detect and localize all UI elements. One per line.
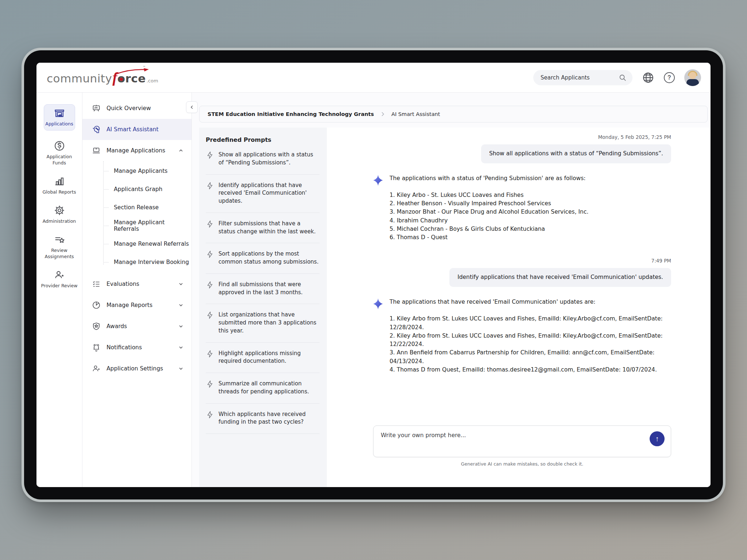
predefined-prompt-1[interactable]: Show all applications with a status of “… xyxy=(206,144,320,175)
module-rail: Applications Application Funds Global Re… xyxy=(36,93,82,487)
prompt-text: Show all applications with a status of “… xyxy=(218,151,319,167)
predefined-prompts-title: Predefined Prompts xyxy=(206,136,320,143)
predefined-prompt-2[interactable]: Identify applications that have received… xyxy=(206,175,320,213)
breadcrumb-grant-name[interactable]: STEM Education Initiative Enhancing Tech… xyxy=(208,111,374,117)
applications-icon xyxy=(54,108,65,118)
app-header: communityforce.com ™ Search Applicants ? xyxy=(36,63,711,93)
globe-icon xyxy=(642,71,654,84)
nav-item-manage-applicant-referrals[interactable]: Manage Applicant Referrals xyxy=(82,217,191,235)
lightning-icon xyxy=(206,182,213,190)
predefined-prompt-7[interactable]: Highlight applications missing required … xyxy=(206,343,320,373)
predefined-prompt-9[interactable]: Which applicants have received funding i… xyxy=(206,404,320,434)
predefined-prompt-3[interactable]: Filter submissions that have a status ch… xyxy=(206,213,320,244)
nav-item-section-release[interactable]: Section Release xyxy=(82,198,191,217)
nav-label: Manage Applications xyxy=(107,147,173,154)
assistant-list-item: 1. Kiley Arbo from St. Lukes UCC Loaves … xyxy=(390,315,671,332)
assistant-list: 1. Kiley Arbo from St. Lukes UCC Loaves … xyxy=(390,315,671,374)
search-icon xyxy=(619,74,627,82)
predefined-prompt-6[interactable]: List organizations that have submitted m… xyxy=(206,304,320,342)
rail-label: Administration xyxy=(43,218,76,224)
chat-panel: Monday, 5 Feb 2025, 7:25 PM Show all app… xyxy=(327,128,711,487)
sidebar-collapse-button[interactable] xyxy=(186,101,198,113)
shield-star-icon xyxy=(92,322,101,331)
chevron-down-icon xyxy=(178,324,183,329)
communityforce-logo: communityforce.com ™ xyxy=(47,70,158,85)
breadcrumb: STEM Education Initiative Enhancing Tech… xyxy=(199,106,708,122)
rail-label: Review Assignments xyxy=(40,248,78,260)
lightning-icon xyxy=(206,311,213,319)
checklist-icon xyxy=(92,280,101,288)
rail-item-global-reports[interactable]: Global Reports xyxy=(40,176,78,195)
prompt-text: Filter submissions that have a status ch… xyxy=(218,220,319,236)
search-placeholder: Search Applicants xyxy=(541,74,590,81)
nav-item-quick-overview[interactable]: Quick Overview xyxy=(82,98,191,119)
nav-label: Evaluations xyxy=(107,281,173,287)
rail-item-review-assignments[interactable]: Review Assignments xyxy=(40,234,78,260)
predefined-prompt-8[interactable]: Summarize all communication threads for … xyxy=(206,373,320,404)
assistant-list-item: 4. Thomas D from Quest, EmailId: thomas.… xyxy=(390,366,671,374)
search-input[interactable]: Search Applicants xyxy=(533,70,632,85)
nav-label: Manage Interview Booking xyxy=(114,259,189,265)
assistant-list-item: 4. Ibrahim Chaudhry xyxy=(390,217,588,225)
help-button[interactable]: ? xyxy=(664,72,675,83)
app-window: communityforce.com ™ Search Applicants ? xyxy=(36,63,711,487)
app-body: Applications Application Funds Global Re… xyxy=(36,93,711,487)
predefined-prompt-4[interactable]: Sort applications by the most common sta… xyxy=(206,243,320,274)
prompt-text: Which applicants have received funding i… xyxy=(218,411,319,427)
language-globe-button[interactable] xyxy=(642,71,654,84)
rail-item-provider-review[interactable]: Provider Review xyxy=(40,269,78,289)
chat-time-header: 7:49 PM xyxy=(373,258,671,264)
device-frame: communityforce.com ™ Search Applicants ? xyxy=(24,50,723,499)
nav-label: Manage Applicants xyxy=(114,168,167,174)
nav-label: Manage Applicant Referrals xyxy=(114,219,191,232)
help-icon: ? xyxy=(664,72,675,83)
logo-text-community: community xyxy=(47,73,112,84)
breadcrumb-page: AI Smart Assistant xyxy=(391,111,440,117)
logo-tld: .com xyxy=(147,78,158,83)
main-content: STEM Education Initiative Enhancing Tech… xyxy=(192,93,711,487)
nav-label: Manage Renewal Referrals xyxy=(114,241,189,247)
nav-item-manage-applications[interactable]: Manage Applications xyxy=(82,140,191,161)
pie-chart-icon xyxy=(92,301,101,310)
assistant-list-item: 3. Ann Benfield from Cabarrus Partnershi… xyxy=(390,349,671,366)
rail-label: Global Reports xyxy=(43,189,76,195)
person-star-icon xyxy=(54,269,65,280)
nav-item-evaluations[interactable]: Evaluations xyxy=(82,273,191,295)
nav-item-application-settings[interactable]: Application Settings xyxy=(82,358,191,379)
nav-item-manage-applicants[interactable]: Manage Applicants xyxy=(82,162,191,180)
nav-item-manage-interview-booking[interactable]: Manage Interview Booking xyxy=(82,253,191,271)
send-button[interactable]: ↑ xyxy=(650,431,665,446)
lightning-icon xyxy=(206,220,213,228)
chevron-up-icon xyxy=(178,148,183,153)
assistant-intro: The applications with a status of 'Pendi… xyxy=(390,174,588,183)
nav-item-notifications[interactable]: Notifications xyxy=(82,337,191,358)
bell-icon xyxy=(92,343,101,352)
nav-item-applicants-graph[interactable]: Applicants Graph xyxy=(82,180,191,198)
nav-label: Quick Overview xyxy=(107,105,183,112)
assistant-list-item: 2. Heather Benson - Visually Impaired Pr… xyxy=(390,199,588,208)
rail-label: Application Funds xyxy=(40,154,78,166)
nav-item-ai-smart-assistant[interactable]: AI Smart Assistant xyxy=(82,119,191,140)
nav-item-awards[interactable]: Awards xyxy=(82,316,191,337)
assistant-list-item: 3. Manzoor Bhat - Our Place Drug and Alc… xyxy=(390,208,588,216)
rail-item-administration[interactable]: Administration xyxy=(40,205,78,224)
lightning-icon xyxy=(206,411,213,419)
prompt-composer: ↑ Generative AI can make mistakes, so do… xyxy=(373,425,671,487)
rail-item-application-funds[interactable]: Application Funds xyxy=(40,140,78,166)
assistant-list-item: 1. Kiley Arbo - St. Lukes UCC Loaves and… xyxy=(390,191,588,199)
ai-sparkle-icon xyxy=(373,298,383,310)
prompt-text: Highlight applications missing required … xyxy=(218,350,319,366)
rail-item-applications[interactable]: Applications xyxy=(44,104,75,131)
nav-label: AI Smart Assistant xyxy=(107,126,183,133)
assistant-message-2: The applications that have received 'Ema… xyxy=(373,298,671,374)
prompt-input[interactable] xyxy=(374,426,671,457)
question-mark: ? xyxy=(667,74,671,81)
bar-chart-icon xyxy=(54,176,65,187)
sidebar-nav: Quick Overview AI Smart Assistant Manage… xyxy=(82,93,192,487)
assistant-message-1: The applications with a status of 'Pendi… xyxy=(373,174,671,242)
predefined-prompt-5[interactable]: Find all submissions that were approved … xyxy=(206,274,320,304)
user-avatar[interactable] xyxy=(684,69,701,86)
nav-item-manage-renewal-referrals[interactable]: Manage Renewal Referrals xyxy=(82,235,191,253)
presentation-board-icon xyxy=(92,104,101,113)
nav-item-manage-reports[interactable]: Manage Reports xyxy=(82,295,191,316)
